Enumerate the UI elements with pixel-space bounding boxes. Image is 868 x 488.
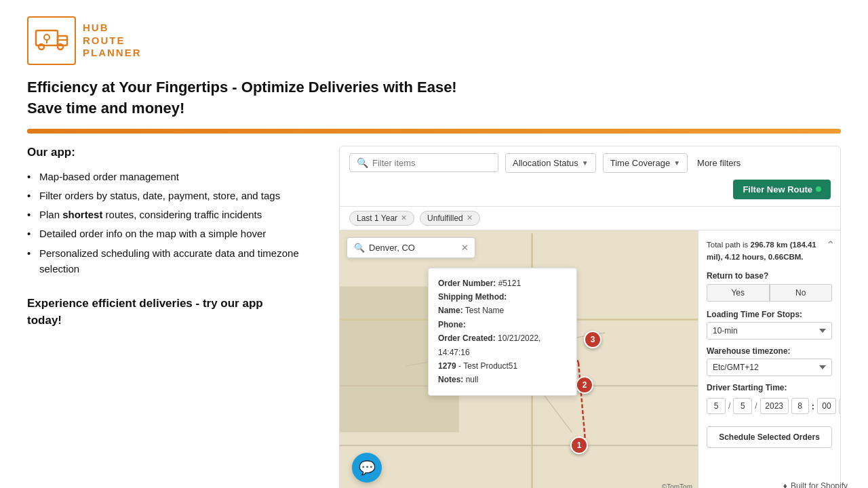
list-item: Plan shortest routes, considering traffi…	[27, 207, 319, 222]
map-search-input[interactable]	[369, 243, 457, 253]
left-side: Our app: Map-based order management Filt…	[27, 146, 319, 329]
app-toolbar: 🔍 Allocation Status ▼ Time Coverage ▼ Mo…	[340, 146, 840, 207]
panel-path-info: Total path is 296.78 km (184.41 mil), 4.…	[707, 239, 832, 264]
allocation-status-button[interactable]: Allocation Status ▼	[505, 153, 596, 173]
filter-new-route-button[interactable]: Filter New Route	[733, 180, 831, 199]
map-search-icon: 🔍	[354, 243, 365, 253]
date-sep-1: /	[728, 401, 730, 411]
search-icon: 🔍	[357, 157, 368, 168]
map-area[interactable]: Cheyenne Denver Arvada Highlands Ranch C…	[340, 230, 698, 488]
panel-collapse-icon[interactable]: ⌃	[826, 239, 835, 251]
map-search-close-icon[interactable]: ✕	[461, 243, 469, 253]
shopify-label: Built for Shopify	[791, 481, 848, 488]
shopify-icon: ♦	[783, 481, 787, 488]
logo-box	[27, 16, 76, 65]
green-dot-icon	[816, 186, 821, 192]
time-coverage-label: Time Coverage	[610, 158, 670, 168]
more-filters-button[interactable]: More filters	[694, 154, 743, 172]
popup-name: Name: Test Name	[438, 304, 567, 317]
svg-point-4	[58, 44, 63, 49]
loading-time-label: Loading Time For Stops:	[707, 310, 832, 319]
map-search-overlay[interactable]: 🔍 ✕	[347, 237, 475, 258]
chevron-down-icon: ▼	[582, 159, 589, 167]
filter-new-route-label: Filter New Route	[743, 184, 812, 195]
popup-shipping-method: Shipping Method:	[438, 290, 567, 304]
order-popup: Order Number: #5121 Shipping Method: Nam…	[428, 268, 577, 396]
allocation-status-label: Allocation Status	[513, 158, 578, 168]
list-item: Map-based order management	[27, 169, 319, 184]
popup-product: 1279 - Test Product51	[438, 359, 567, 373]
driver-time-minute[interactable]	[817, 398, 836, 414]
footer: ♦ Built for Shopify 🌐 Embedded app	[779, 481, 848, 488]
popup-order-created: Order Created: 10/21/2022, 14:47:16	[438, 331, 567, 359]
no-button[interactable]: No	[770, 284, 833, 302]
time-coverage-button[interactable]: Time Coverage ▼	[603, 153, 688, 173]
our-app-title: Our app:	[27, 146, 319, 159]
tag-label: Unfulfilled	[427, 214, 463, 223]
logo-text: HUB ROUTE PLANNER	[83, 22, 142, 60]
date-sep-2: /	[755, 401, 757, 411]
chat-bubble[interactable]: 💬	[352, 453, 382, 483]
tag-last-1-year[interactable]: Last 1 Year ✕	[349, 211, 414, 226]
popup-phone: Phone:	[438, 318, 567, 331]
marker-2[interactable]: 2	[576, 376, 593, 394]
loading-time-select[interactable]: 10-min	[707, 322, 832, 340]
svg-point-8	[44, 35, 50, 40]
driver-date-day[interactable]	[733, 398, 752, 414]
driver-starting-time-row: / / : ✕ 📅 +	[707, 398, 832, 414]
feature-list: Map-based order management Filter orders…	[27, 169, 319, 277]
tags-row: Last 1 Year ✕ Unfulfilled ✕	[340, 207, 840, 230]
driver-date-year[interactable]	[760, 398, 789, 414]
orange-divider	[27, 129, 841, 134]
chevron-down-icon: ▼	[673, 159, 680, 167]
warehouse-timezone-select[interactable]: Etc/GMT+12	[707, 359, 832, 376]
tag-label: Last 1 Year	[357, 214, 397, 223]
app-body: Cheyenne Denver Arvada Highlands Ranch C…	[340, 230, 840, 488]
list-item: Personalized scheduling with accurate da…	[27, 245, 319, 277]
headline: Efficiency at Your Fingertips - Optimize…	[27, 77, 841, 119]
cta-text: Experience efficient deliveries - try ou…	[27, 296, 319, 329]
popup-notes: Notes: null	[438, 373, 567, 386]
tag-unfulfilled[interactable]: Unfulfilled ✕	[420, 211, 480, 226]
search-bar[interactable]: 🔍	[349, 153, 498, 172]
logo-area: HUB ROUTE PLANNER	[27, 16, 841, 65]
search-input[interactable]	[372, 158, 481, 168]
app-ui: 🔍 Allocation Status ▼ Time Coverage ▼ Mo…	[339, 146, 841, 488]
warehouse-timezone-label: Warehouse timezone:	[707, 346, 832, 356]
driver-starting-time-label: Driver Starting Time:	[707, 383, 832, 392]
popup-order-number: Order Number: #5121	[438, 277, 567, 290]
tag-close-icon[interactable]: ✕	[467, 214, 473, 222]
time-sep: :	[812, 401, 814, 411]
list-item: Detailed order info on the map with a si…	[27, 226, 319, 241]
right-panel: ⌃ Total path is 296.78 km (184.41 mil), …	[698, 230, 840, 488]
headline-line2: Save time and money!	[27, 98, 841, 119]
tag-close-icon[interactable]: ✕	[401, 214, 407, 222]
built-for-shopify: ♦ Built for Shopify	[783, 481, 848, 488]
svg-point-3	[39, 44, 44, 49]
return-to-base-toggle: Yes No	[707, 284, 832, 302]
return-to-base-label: Return to base?	[707, 271, 832, 281]
headline-line1: Efficiency at Your Fingertips - Optimize…	[27, 77, 841, 98]
marker-3[interactable]: 3	[584, 331, 601, 348]
yes-button[interactable]: Yes	[707, 284, 770, 302]
driver-time-hour[interactable]	[791, 398, 809, 414]
marker-1[interactable]: 1	[570, 436, 588, 454]
logo-icon	[35, 24, 68, 58]
tomtom-watermark: ©TomTom	[662, 483, 692, 488]
list-item: Filter orders by status, date, payment, …	[27, 188, 319, 203]
driver-date-month[interactable]	[707, 398, 726, 414]
schedule-selected-orders-button[interactable]: Schedule Selected Orders	[707, 426, 832, 448]
time-clear-icon[interactable]: ✕	[839, 399, 840, 414]
